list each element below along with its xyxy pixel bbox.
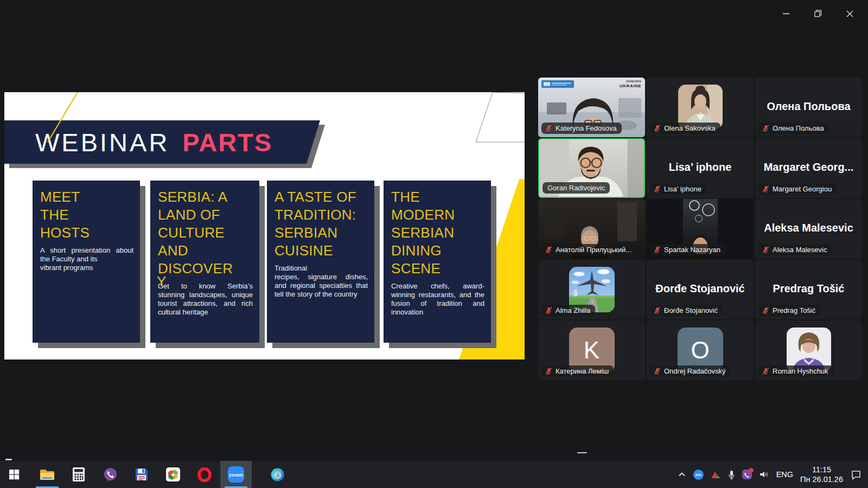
participant-tile[interactable]: Aleksa Malesevic Aleksa Malesevic	[755, 199, 862, 259]
participant-name-label: Spartak Nazaryan	[650, 244, 725, 255]
card-title-line: MODERN	[391, 206, 484, 224]
viber-icon	[103, 467, 118, 482]
zoom-tray-tray-button[interactable]: zm	[693, 470, 704, 480]
microphone-tray-button[interactable]	[728, 470, 735, 479]
card-body-line: stunning landscapes, unique	[158, 291, 253, 299]
participant-tile[interactable]: Alma Zhilla	[538, 260, 645, 319]
muted-mic-icon	[653, 185, 661, 193]
participant-tile[interactable]: Олена Польова Олена Польова	[755, 78, 862, 137]
hidden-toolbar-dash[interactable]	[5, 459, 12, 460]
presentation-slide: WEBINAR PARTS MEETTHEHOSTSA short presen…	[4, 92, 525, 359]
muted-mic-icon	[545, 246, 553, 254]
participant-tile[interactable]: O Ondrej Radačovský	[647, 320, 754, 380]
card-body: YGet to know Serbia’sstunning landscapes…	[158, 282, 253, 317]
card-body-line: tell the story of the country	[275, 290, 368, 299]
muted-mic-icon	[545, 124, 553, 132]
card-body-line: vibrant programs	[40, 264, 133, 272]
speaker-icon	[759, 470, 769, 479]
zoom-app-taskbar-button[interactable]: zoom	[220, 461, 252, 488]
edge-icon	[270, 467, 285, 482]
photo-editor-taskbar-button[interactable]	[157, 461, 189, 488]
opera-icon	[197, 467, 212, 482]
floppy-disk-icon	[135, 467, 149, 481]
participant-name-label: Roman Hyshchuk	[758, 365, 833, 377]
edge-browser-taskbar-button[interactable]	[261, 461, 293, 488]
windows-logo-icon	[9, 469, 20, 480]
participant-tile[interactable]: Goran Radivojevic	[538, 138, 645, 198]
participant-tile[interactable]: Đorđe Stojanović Đorđe Stojanović	[647, 260, 754, 319]
participant-tile[interactable]: Roman Hyshchuk	[755, 320, 862, 380]
participant-name-label: Olena Sakovska	[650, 123, 720, 134]
hidden-toolbar-dash[interactable]	[577, 452, 587, 453]
participant-name-text: Đorđe Stojanović	[664, 306, 718, 314]
card-title-line: CUISINE	[275, 242, 368, 260]
slide-title-word2: PARTS	[182, 127, 272, 157]
card-title: MEETTHEHOSTS	[40, 188, 133, 242]
restore-button[interactable]	[802, 3, 834, 24]
participant-name-text: Катерина Леміш	[556, 367, 609, 375]
participant-tile[interactable]: Margaret Georg... Margaret Georgiou	[755, 138, 862, 198]
muted-mic-icon	[762, 367, 770, 375]
card-body-line: winning restaurants, and the	[391, 291, 484, 299]
card-body-line: recipes, signature dishes,	[275, 273, 368, 281]
viber-taskbar-button[interactable]	[94, 461, 126, 488]
language-indicator[interactable]: ENG	[776, 470, 793, 479]
participant-tile[interactable]: STAND WITH UKRAINE Kateryna Fedosova	[538, 78, 645, 137]
participant-name-label: Goran Radivojevic	[542, 182, 610, 194]
file-explorer-taskbar-button[interactable]	[31, 461, 63, 488]
card-title-line: DINING	[391, 242, 484, 260]
participant-tile[interactable]: Olena Sakovska	[647, 78, 754, 137]
muted-mic-icon	[545, 306, 553, 314]
pinwheel-icon	[166, 467, 180, 481]
start-button[interactable]	[0, 461, 28, 488]
card-title: THEMODERNSERBIANDININGSCENE	[391, 188, 484, 278]
card-title-line: SCENE	[391, 260, 484, 278]
action-center-button[interactable]	[850, 470, 861, 480]
close-button[interactable]	[834, 3, 865, 24]
participant-name-text: Alma Zhilla	[556, 306, 590, 314]
participant-name-text: Predrag Tošić	[773, 306, 815, 314]
svg-text:STAND WITH: STAND WITH	[626, 80, 641, 83]
participant-name-label: Олена Польова	[758, 123, 829, 134]
card-body-line: the Faculty and its	[40, 255, 133, 264]
card-title-line: MEET	[40, 188, 133, 206]
minimize-button[interactable]	[771, 3, 802, 24]
participant-name-text: Roman Hyshchuk	[773, 367, 828, 375]
floppy-app-taskbar-button[interactable]	[126, 461, 157, 488]
opera-browser-taskbar-button[interactable]	[189, 461, 220, 488]
triangle-app-tray-button[interactable]	[711, 471, 721, 479]
participant-big-name: Олена Польова	[755, 100, 862, 113]
card-title-overflow-letter: Y	[157, 273, 166, 290]
chevron-up-tray-button[interactable]	[678, 471, 686, 478]
card-title-line: HOSTS	[40, 224, 133, 242]
participant-tile[interactable]: Predrag Tošić Predrag Tošić	[755, 260, 862, 319]
participant-name-text: Lisa’ iphone	[664, 185, 701, 193]
participant-tile[interactable]: K Катерина Леміш	[538, 320, 645, 380]
card-title-line: THE	[391, 188, 484, 206]
muted-mic-icon	[653, 306, 661, 314]
card-title-line: DISCOVER	[158, 260, 253, 278]
card-body-line: innovation	[391, 308, 484, 317]
taskbar: zoom zm ENG 11:15 Пн 26.01.26	[0, 461, 868, 488]
svg-text:UKRAINE: UKRAINE	[620, 84, 641, 88]
viber-tray-icon	[742, 470, 752, 479]
card-title-line: LAND OF	[158, 206, 253, 224]
webinar-part-card: A TASTE OFTRADITION:SERBIANCUISINETradit…	[267, 181, 374, 343]
participant-tile[interactable]: Анатолій Прилуцький...	[538, 199, 645, 259]
participant-tile[interactable]: Lisa’ iphone Lisa’ iphone	[647, 138, 754, 198]
microphone-tray-icon	[728, 470, 735, 479]
card-title-line: THE	[40, 206, 133, 224]
viber-tray-tray-button[interactable]	[742, 470, 752, 479]
calculator-taskbar-button[interactable]	[63, 461, 94, 488]
muted-mic-icon	[545, 367, 553, 375]
card-title-line: SERBIAN	[275, 224, 368, 242]
taskbar-apps: zoom	[31, 461, 293, 488]
card-title-line: A TASTE OF	[275, 188, 368, 206]
participant-tile[interactable]: Spartak Nazaryan	[647, 199, 754, 259]
muted-mic-icon	[653, 367, 661, 375]
clock[interactable]: 11:15 Пн 26.01.26	[800, 465, 843, 484]
participant-name-text: Kateryna Fedosova	[556, 124, 617, 132]
speaker-tray-button[interactable]	[759, 470, 769, 479]
participant-name-text: Margaret Georgiou	[773, 185, 832, 193]
participant-name-label: Ondrej Radačovský	[650, 365, 730, 377]
